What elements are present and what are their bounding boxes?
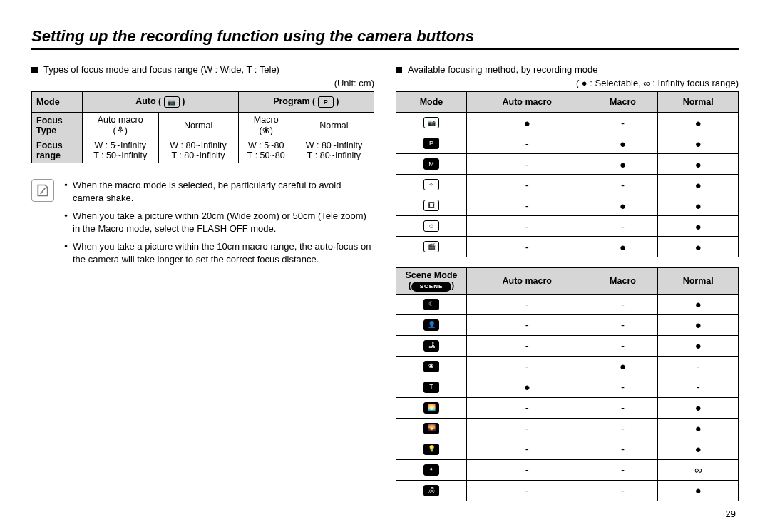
mode-icon: ☾ (423, 299, 439, 310)
mode-icon-cell: ✧ (396, 175, 467, 195)
mode-icon-cell: 🌅 (396, 397, 467, 418)
left-section-heading: Types of focus mode and focus range (W :… (31, 64, 374, 75)
head-normal: Normal (658, 92, 739, 113)
availability-cell: - (467, 459, 587, 480)
availability-cell: - (467, 397, 587, 418)
mode-icon: 💡 (423, 444, 439, 455)
availability-cell: - (587, 294, 658, 314)
availability-cell: ● (467, 113, 587, 133)
table-row: 🎬-●● (396, 237, 739, 257)
table-row: 👤--● (396, 314, 739, 335)
table-row: ☾--● (396, 294, 739, 314)
macro-icon: ❀ (262, 126, 270, 135)
mode-icon-cell: ☺ (396, 216, 467, 237)
availability-cell: - (587, 216, 658, 237)
mode-icon: 🌅 (423, 402, 439, 414)
note-item: When the macro mode is selected, be part… (73, 179, 374, 204)
availability-cell: - (587, 418, 658, 439)
availability-cell: ● (658, 113, 739, 133)
availability-cell: - (587, 377, 658, 397)
availability-cell: - (467, 154, 587, 175)
unit-label: (Unit: cm) (31, 78, 374, 88)
table-row: P-●● (396, 133, 739, 154)
table-row: ❀-●- (396, 356, 739, 377)
availability-cell: - (587, 397, 658, 418)
mode-icon-cell: 🏞 (396, 335, 467, 356)
mode-icon: P (423, 138, 439, 149)
availability-cell: ● (658, 397, 739, 418)
head-mode: Mode (396, 92, 467, 113)
availability-cell: ● (658, 154, 739, 175)
auto-mode-icon: 📷 (164, 96, 180, 108)
scene-mode-focus-table: Scene Mode (SCENE) Auto macro Macro Norm… (396, 267, 739, 501)
availability-cell: - (587, 314, 658, 335)
table-row: T●-- (396, 377, 739, 397)
availability-cell: - (587, 439, 658, 459)
page: Setting up the recording function using … (0, 0, 770, 532)
mode-icon: 🌄 (423, 423, 439, 434)
mode-icon-cell: 🌄 (396, 418, 467, 439)
cell-macro: Macro (❀) (238, 113, 294, 138)
right-heading-text: Available focusing method, by recording … (408, 64, 597, 75)
availability-cell: ● (467, 377, 587, 397)
mode-icon-cell: M (396, 154, 467, 175)
availability-cell: - (587, 459, 658, 480)
table-row: 🏞--● (396, 335, 739, 356)
table-row: 📷●-● (396, 113, 739, 133)
mode-icon-cell: ☾ (396, 294, 467, 314)
mode-icon: 👤 (423, 319, 439, 331)
table-row: ✧--● (396, 175, 739, 195)
mode-icon-cell: 📷 (396, 113, 467, 133)
cell-normal-2: Normal (294, 113, 374, 138)
availability-cell: - (658, 377, 739, 397)
availability-cell: ● (587, 356, 658, 377)
availability-cell: ● (658, 175, 739, 195)
cell-auto-macro: Auto macro (⚘) (83, 113, 159, 138)
availability-cell: ● (587, 154, 658, 175)
availability-cell: ● (658, 294, 739, 314)
cell-range-3: W : 5~80 T : 50~80 (238, 138, 294, 163)
two-column-layout: Types of focus mode and focus range (W :… (31, 64, 739, 501)
availability-cell: - (587, 113, 658, 133)
cell-mode: Mode (32, 92, 83, 113)
mode-icon: 📷 (423, 117, 439, 128)
head-normal: Normal (658, 268, 739, 295)
left-column: Types of focus mode and focus range (W :… (31, 64, 374, 501)
note-box: When the macro mode is selected, be part… (31, 179, 374, 271)
availability-cell: - (467, 335, 587, 356)
mode-icon: ❀ (423, 361, 439, 372)
cell-focus-range-label: Focus range (32, 138, 83, 163)
availability-cell: ● (658, 314, 739, 335)
focus-range-table: Mode Auto ( 📷 ) Program ( P ) Focus (31, 91, 374, 163)
availability-cell: ● (658, 133, 739, 154)
availability-cell: - (467, 314, 587, 335)
table-row: 🏖--● (396, 480, 739, 501)
mode-icon: ✦ (423, 464, 439, 476)
table-row: ✦--∞ (396, 459, 739, 480)
availability-cell: ● (658, 237, 739, 257)
cell-range-1: W : 5~Infinity T : 50~Infinity (83, 138, 159, 163)
page-number: 29 (726, 508, 736, 519)
availability-cell: ∞ (658, 459, 739, 480)
availability-cell: - (467, 356, 587, 377)
mode-focus-table: Mode Auto macro Macro Normal 📷●-●P-●●M-●… (396, 91, 739, 257)
mode-icon-cell: P (396, 133, 467, 154)
mode-icon: 🏖 (423, 485, 439, 496)
cell-range-4: W : 80~Infinity T : 80~Infinity (294, 138, 374, 163)
availability-cell: - (587, 480, 658, 501)
left-heading-text: Types of focus mode and focus range (W :… (43, 64, 279, 75)
table-row: ☺--● (396, 216, 739, 237)
program-mode-icon: P (318, 96, 334, 108)
mode-icon-cell: 🏖 (396, 480, 467, 501)
mode-icon: M (423, 158, 439, 170)
bullet-square-icon (31, 67, 38, 73)
head-scene-mode: Scene Mode (SCENE) (396, 268, 467, 295)
mode-icon-cell: 🎬 (396, 237, 467, 257)
availability-cell: ● (587, 133, 658, 154)
cell-program-header: Program ( P ) (238, 92, 374, 113)
legend: ( ● : Selectable, ∞ : Infinity focus ran… (396, 78, 739, 88)
right-column: Available focusing method, by recording … (396, 64, 739, 501)
table-row: 🌄--● (396, 418, 739, 439)
availability-cell: - (467, 237, 587, 257)
cell-normal-1: Normal (158, 113, 238, 138)
